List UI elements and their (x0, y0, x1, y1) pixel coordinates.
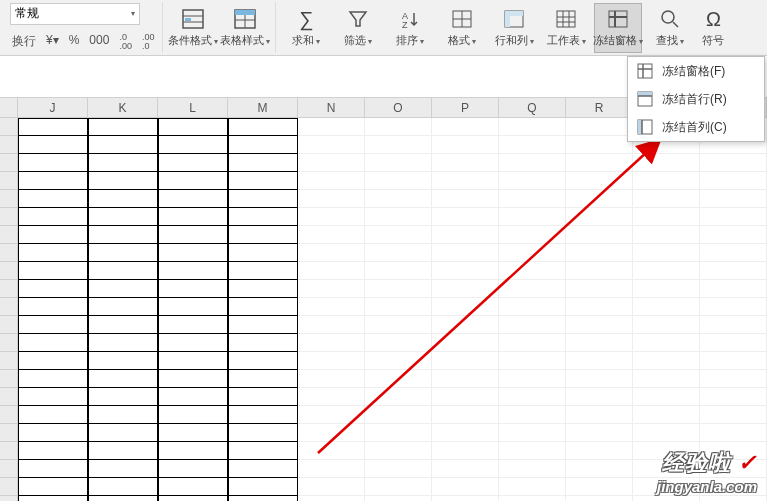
format-button[interactable]: 格式▾ (438, 3, 486, 53)
cell[interactable] (228, 424, 298, 442)
cell[interactable] (228, 208, 298, 226)
table-style-button[interactable]: 表格样式▾ (221, 3, 269, 53)
cell[interactable] (432, 424, 499, 442)
cell[interactable] (158, 226, 228, 244)
row-header[interactable] (0, 172, 18, 190)
cell[interactable] (566, 298, 633, 316)
cell[interactable] (88, 298, 158, 316)
cell[interactable] (432, 460, 499, 478)
cell[interactable] (700, 280, 767, 298)
cell[interactable] (633, 154, 700, 172)
cell[interactable] (365, 244, 432, 262)
cell[interactable] (700, 262, 767, 280)
cell[interactable] (298, 406, 365, 424)
cell[interactable] (158, 424, 228, 442)
cell[interactable] (566, 442, 633, 460)
cell[interactable] (298, 388, 365, 406)
cell[interactable] (566, 352, 633, 370)
cell[interactable] (228, 190, 298, 208)
cell[interactable] (158, 208, 228, 226)
cell[interactable] (18, 118, 88, 136)
cell[interactable] (18, 190, 88, 208)
cell[interactable] (365, 478, 432, 496)
cell[interactable] (633, 424, 700, 442)
cell[interactable] (365, 352, 432, 370)
cell[interactable] (432, 316, 499, 334)
cell[interactable] (298, 370, 365, 388)
cell[interactable] (228, 388, 298, 406)
sort-button[interactable]: AZ 排序▾ (386, 3, 434, 53)
cell[interactable] (228, 298, 298, 316)
cell[interactable] (499, 370, 566, 388)
cell[interactable] (298, 172, 365, 190)
cell[interactable] (298, 334, 365, 352)
cell[interactable] (228, 244, 298, 262)
cell[interactable] (228, 226, 298, 244)
cell[interactable] (633, 406, 700, 424)
cell[interactable] (88, 442, 158, 460)
cell[interactable] (499, 262, 566, 280)
cell[interactable] (365, 442, 432, 460)
cell[interactable] (158, 262, 228, 280)
cell[interactable] (566, 172, 633, 190)
cell[interactable] (298, 316, 365, 334)
column-header[interactable]: J (18, 98, 88, 118)
cell[interactable] (18, 172, 88, 190)
cell[interactable] (88, 208, 158, 226)
cell[interactable] (365, 316, 432, 334)
cell[interactable] (158, 298, 228, 316)
cell[interactable] (18, 154, 88, 172)
cell[interactable] (365, 388, 432, 406)
cell[interactable] (228, 136, 298, 154)
row-header[interactable] (0, 478, 18, 496)
cell[interactable] (298, 442, 365, 460)
cell[interactable] (432, 208, 499, 226)
cell[interactable] (88, 478, 158, 496)
cell[interactable] (499, 460, 566, 478)
cell[interactable] (365, 154, 432, 172)
cell[interactable] (88, 316, 158, 334)
cell[interactable] (228, 334, 298, 352)
cell[interactable] (88, 118, 158, 136)
cell[interactable] (228, 370, 298, 388)
cell[interactable] (18, 388, 88, 406)
cell[interactable] (88, 136, 158, 154)
cell[interactable] (499, 226, 566, 244)
cell[interactable] (88, 496, 158, 501)
cell[interactable] (298, 298, 365, 316)
cell[interactable] (88, 352, 158, 370)
cell[interactable] (88, 190, 158, 208)
cell[interactable] (700, 496, 767, 501)
cell[interactable] (566, 406, 633, 424)
cell[interactable] (18, 226, 88, 244)
cell[interactable] (88, 280, 158, 298)
cell[interactable] (298, 226, 365, 244)
cell[interactable] (228, 478, 298, 496)
cell[interactable] (158, 316, 228, 334)
cell[interactable] (365, 298, 432, 316)
cell[interactable] (158, 190, 228, 208)
column-header[interactable]: R (566, 98, 633, 118)
cell[interactable] (700, 352, 767, 370)
row-header[interactable] (0, 406, 18, 424)
cell[interactable] (298, 478, 365, 496)
cell[interactable] (499, 334, 566, 352)
cell[interactable] (566, 460, 633, 478)
row-header[interactable] (0, 460, 18, 478)
cell[interactable] (158, 352, 228, 370)
cell[interactable] (499, 280, 566, 298)
cell[interactable] (499, 208, 566, 226)
row-header[interactable] (0, 118, 18, 136)
cell[interactable] (298, 154, 365, 172)
column-header[interactable]: M (228, 98, 298, 118)
decrease-decimal-button[interactable]: .00.0 (140, 31, 157, 53)
cell[interactable] (700, 334, 767, 352)
cell[interactable] (18, 280, 88, 298)
cell[interactable] (700, 298, 767, 316)
column-header[interactable]: N (298, 98, 365, 118)
select-all-corner[interactable] (0, 98, 18, 118)
column-header[interactable]: L (158, 98, 228, 118)
cell[interactable] (499, 496, 566, 501)
cell[interactable] (158, 406, 228, 424)
cell[interactable] (633, 262, 700, 280)
